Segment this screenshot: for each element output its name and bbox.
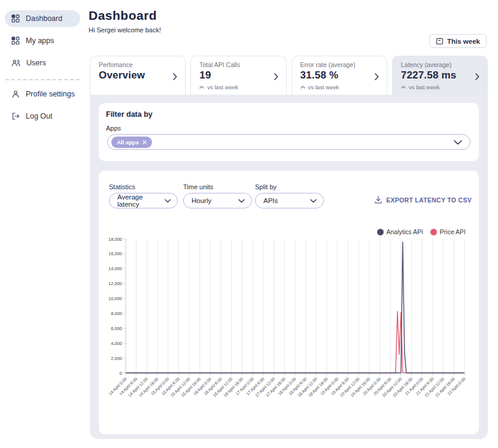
sidebar-item-users[interactable]: Users (5, 55, 80, 71)
all-apps-chip[interactable]: All apps (111, 137, 152, 148)
chevron-down-icon (165, 199, 171, 203)
statistics-select[interactable]: Average latency (109, 193, 178, 208)
tab-label: Latency (average) (401, 61, 479, 68)
apps-multiselect[interactable]: All apps (107, 134, 470, 150)
split-by-label: Split by (255, 183, 277, 190)
svg-text:12,000: 12,000 (108, 281, 122, 286)
tab-delta: vs last week (401, 84, 479, 90)
sidebar-item-label: Users (26, 59, 46, 67)
users-icon (11, 59, 20, 67)
close-icon[interactable] (142, 140, 147, 144)
chevron-right-icon (173, 72, 177, 83)
sidebar-item-label: Dashboard (26, 14, 62, 23)
export-csv-label: EXPORT LATENCY TO CSV (386, 196, 472, 204)
statistics-select-value: Average latency (117, 193, 165, 208)
filter-card: Filter data by Apps All apps (99, 103, 479, 161)
tab-value: Overview (99, 69, 177, 81)
download-icon (375, 196, 382, 204)
chip-label: All apps (117, 139, 139, 146)
greeting-text: Hi Sergei welcome back! (89, 26, 161, 34)
svg-text:6,000: 6,000 (111, 326, 122, 331)
time-units-select[interactable]: Hourly (183, 193, 252, 208)
page-title: Dashboard (89, 8, 157, 23)
dashboard-page: { "colors": { "chip_bg": "#a5a3d8", "sel… (0, 0, 498, 448)
tab-label: Error rate (average) (300, 61, 378, 68)
split-by-select-value: APIs (263, 197, 278, 204)
chevron-right-icon (274, 72, 278, 83)
tab-delta: vs last week (199, 84, 277, 90)
export-csv-button[interactable]: EXPORT LATENCY TO CSV (375, 196, 472, 204)
chevron-down-icon (238, 199, 245, 203)
chevron-right-icon (475, 72, 479, 83)
apps-grid-icon (11, 37, 20, 45)
chevron-down-icon (310, 199, 317, 203)
svg-text:2,000: 2,000 (111, 356, 122, 361)
sidebar-item-log-out[interactable]: Log Out (5, 108, 80, 125)
svg-text:18,000: 18,000 (108, 237, 122, 242)
chart-card: Statistics Time units Split by Average l… (99, 171, 479, 434)
split-by-select[interactable]: APIs (255, 193, 324, 208)
apps-field-label: Apps (106, 125, 121, 132)
period-selector-button[interactable]: This week (429, 34, 487, 48)
sidebar: Dashboard My apps Users Profile settings… (0, 0, 85, 448)
sidebar-divider (5, 79, 80, 80)
tab-label: Total API Calls (199, 61, 277, 68)
dashboard-grid-icon (11, 14, 20, 23)
tab-delta: vs last week (300, 84, 378, 90)
calendar-icon (436, 37, 444, 45)
filter-title: Filter data by (106, 110, 153, 119)
caret-up-icon (199, 86, 204, 89)
svg-text:16,000: 16,000 (108, 251, 122, 256)
sidebar-item-label: Profile settings (26, 90, 75, 98)
sidebar-item-dashboard[interactable]: Dashboard (5, 10, 80, 27)
kpi-tabs: Perfomance Overview Total API Calls 19 v… (90, 56, 488, 95)
caret-up-icon (401, 86, 406, 89)
sidebar-item-my-apps[interactable]: My apps (5, 32, 80, 49)
sidebar-item-label: Log Out (26, 112, 52, 120)
profile-icon (11, 90, 20, 98)
tab-latency-selected[interactable]: Latency (average) 7227.58 ms vs last wee… (392, 56, 488, 95)
tab-performance-overview[interactable]: Perfomance Overview (90, 56, 186, 95)
time-units-select-value: Hourly (192, 197, 211, 204)
tab-value: 19 (199, 69, 277, 81)
svg-text:0: 0 (120, 371, 122, 376)
tab-total-api-calls[interactable]: Total API Calls 19 vs last week (190, 56, 286, 95)
period-selector-label: This week (447, 38, 480, 45)
sidebar-item-label: My apps (26, 37, 54, 45)
tab-label: Perfomance (99, 61, 177, 68)
statistics-label: Statistics (109, 183, 135, 190)
time-units-label: Time units (183, 183, 213, 190)
tab-value: 7227.58 ms (401, 69, 479, 81)
sidebar-item-profile-settings[interactable]: Profile settings (5, 86, 80, 102)
latency-line-chart: 14 April 0:0014 April 6:0014 April 12:00… (108, 232, 473, 418)
content-panel: Filter data by Apps All apps Statistics … (90, 95, 488, 439)
chevron-down-icon[interactable] (454, 137, 462, 147)
svg-text:10,000: 10,000 (108, 296, 122, 301)
caret-up-icon (300, 86, 305, 89)
tab-value: 31.58 % (300, 69, 378, 81)
svg-text:8,000: 8,000 (111, 311, 122, 316)
svg-text:4,000: 4,000 (111, 341, 122, 346)
logout-icon (11, 112, 20, 120)
svg-text:14,000: 14,000 (108, 266, 122, 271)
tab-error-rate[interactable]: Error rate (average) 31.58 % vs last wee… (291, 56, 387, 95)
chevron-right-icon (375, 72, 379, 83)
